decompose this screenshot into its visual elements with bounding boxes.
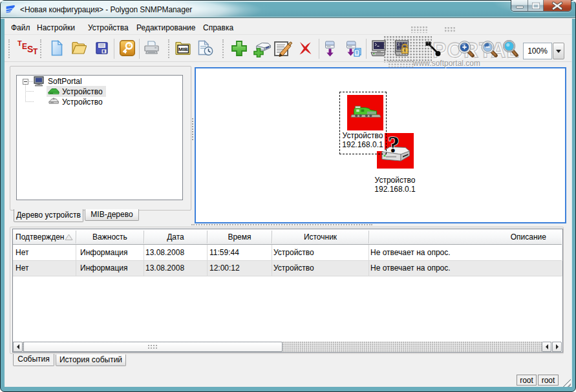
- svg-text:MIB: MIB: [178, 46, 188, 52]
